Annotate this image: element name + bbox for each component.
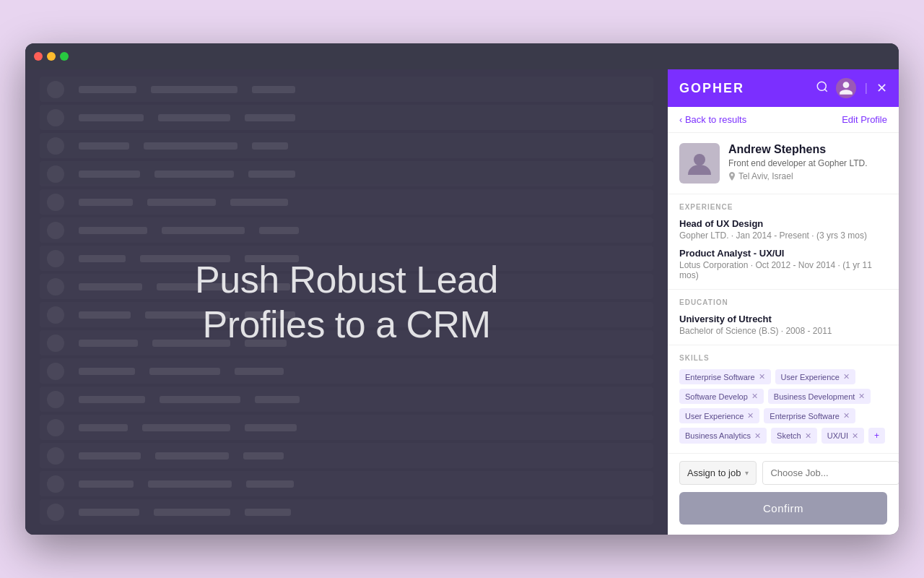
- experience-item-2: Product Analyst - UX/UI Lotus Corporatio…: [679, 248, 887, 280]
- minimize-traffic-light[interactable]: [47, 52, 56, 61]
- education-item: University of Utrecht Bachelor of Scienc…: [679, 314, 887, 336]
- left-panel: Push Robust Lead Profiles to a CRM: [25, 69, 668, 535]
- skills-more-button[interactable]: +: [868, 428, 885, 444]
- svg-point-0: [817, 82, 826, 90]
- panel-scroll[interactable]: EXPERIENCE Head of UX Design Gopher LTD.…: [668, 194, 899, 453]
- skill-remove-3[interactable]: ✕: [858, 392, 865, 401]
- exp-title-2: Product Analyst - UX/UI: [679, 248, 887, 259]
- skill-tag-7: Sketch ✕: [771, 428, 817, 444]
- institution-name: University of Utrecht: [679, 314, 887, 324]
- experience-item-1: Head of UX Design Gopher LTD. · Jan 2014…: [679, 218, 887, 241]
- panel-header: GOPHER | ✕: [668, 69, 899, 107]
- skill-remove-5[interactable]: ✕: [843, 411, 850, 420]
- education-section: EDUCATION University of Utrecht Bachelor…: [668, 290, 899, 345]
- skill-tag-5: Enterprise Software ✕: [764, 408, 855, 423]
- profile-name: Andrew Stephens: [728, 143, 868, 156]
- skill-remove-2[interactable]: ✕: [751, 392, 758, 401]
- choose-job-input[interactable]: [762, 461, 899, 485]
- titlebar: [25, 43, 899, 69]
- skill-remove-4[interactable]: ✕: [747, 411, 754, 420]
- skill-tag-1: User Experience ✕: [775, 369, 855, 384]
- skill-tag-6: Business Analytics ✕: [679, 428, 767, 444]
- skills-list: Enterprise Software ✕ User Experience ✕ …: [679, 369, 887, 444]
- profile-avatar: [679, 143, 720, 184]
- confirm-button[interactable]: Confirm: [679, 492, 887, 525]
- search-icon[interactable]: [816, 80, 829, 97]
- header-icons: | ✕: [816, 78, 887, 98]
- close-icon[interactable]: ✕: [876, 80, 887, 96]
- logo: GOPHER: [679, 81, 744, 96]
- skill-remove-1[interactable]: ✕: [843, 372, 850, 381]
- skill-remove-8[interactable]: ✕: [852, 431, 858, 441]
- experience-title: EXPERIENCE: [679, 203, 887, 211]
- assign-chevron-icon: ▾: [745, 469, 749, 477]
- skill-tag-0: Enterprise Software ✕: [679, 369, 771, 384]
- maximize-traffic-light[interactable]: [60, 52, 69, 61]
- skill-remove-0[interactable]: ✕: [759, 372, 765, 381]
- exp-detail-1: Gopher LTD. · Jan 2014 - Present · (3 yr…: [679, 230, 887, 241]
- avatar[interactable]: [836, 78, 856, 98]
- window-content: Push Robust Lead Profiles to a CRM GOPHE…: [25, 69, 899, 535]
- svg-line-1: [824, 89, 827, 91]
- skill-tag-3: Business Development ✕: [768, 389, 871, 404]
- skill-tag-2: Software Develop ✕: [679, 389, 764, 404]
- skill-remove-7[interactable]: ✕: [805, 431, 811, 441]
- profile-info: Andrew Stephens Front end developer at G…: [728, 143, 868, 181]
- app-window: Push Robust Lead Profiles to a CRM GOPHE…: [25, 43, 899, 535]
- panel-footer: Assign to job ▾ Confirm: [668, 453, 899, 535]
- assign-row: Assign to job ▾: [679, 461, 887, 485]
- exp-title-1: Head of UX Design: [679, 218, 887, 229]
- skills-title: SKILLS: [679, 354, 887, 362]
- skill-tag-4: User Experience ✕: [679, 408, 759, 423]
- experience-section: EXPERIENCE Head of UX Design Gopher LTD.…: [668, 194, 899, 290]
- back-button[interactable]: ‹ Back to results: [679, 114, 746, 125]
- close-traffic-light[interactable]: [34, 52, 43, 61]
- hero-text: Push Robust Lead Profiles to a CRM: [152, 243, 541, 362]
- profile-location: Tel Aviv, Israel: [728, 171, 868, 181]
- profile-subtitle: Front end developer at Gopher LTD.: [728, 158, 868, 168]
- education-title: EDUCATION: [679, 298, 887, 306]
- right-panel: GOPHER | ✕: [668, 69, 899, 535]
- svg-point-2: [694, 154, 705, 165]
- exp-detail-2: Lotus Corporation · Oct 2012 - Nov 2014 …: [679, 260, 887, 280]
- assign-to-job-select[interactable]: Assign to job ▾: [679, 461, 757, 485]
- panel-nav: ‹ Back to results Edit Profile: [668, 107, 899, 133]
- skill-remove-6[interactable]: ✕: [754, 431, 761, 441]
- edit-profile-button[interactable]: Edit Profile: [842, 114, 887, 125]
- profile-section: Andrew Stephens Front end developer at G…: [668, 133, 899, 194]
- skill-tag-8: UX/UI ✕: [821, 428, 864, 444]
- skills-section: SKILLS Enterprise Software ✕ User Experi…: [668, 345, 899, 452]
- traffic-lights: [34, 52, 69, 61]
- header-divider: |: [865, 82, 868, 95]
- education-detail: Bachelor of Science (B.S) · 2008 - 2011: [679, 326, 887, 336]
